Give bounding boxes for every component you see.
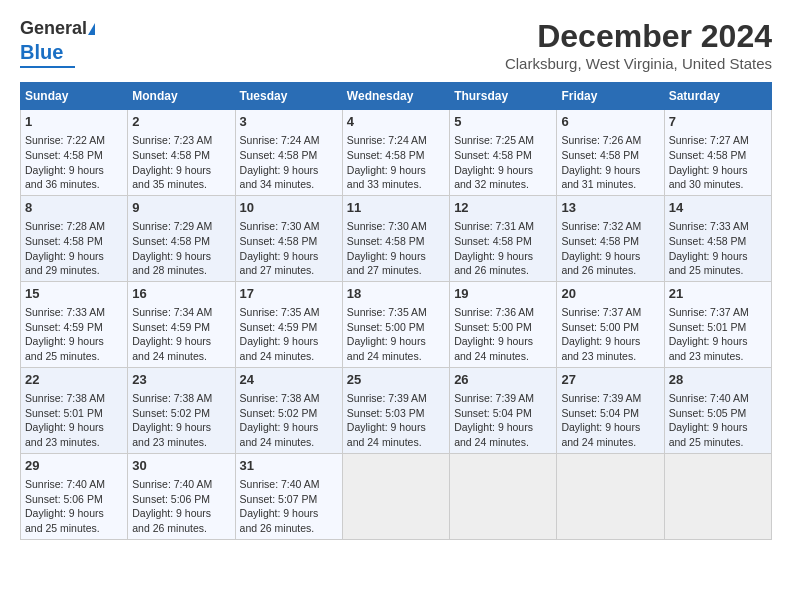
calendar-cell: 6Sunrise: 7:26 AMSunset: 4:58 PMDaylight… — [557, 110, 664, 196]
day-number: 31 — [240, 457, 338, 475]
day-number: 24 — [240, 371, 338, 389]
day-info-line: Sunset: 4:58 PM — [561, 148, 659, 163]
calendar-cell: 24Sunrise: 7:38 AMSunset: 5:02 PMDayligh… — [235, 367, 342, 453]
day-info-line: Sunrise: 7:38 AM — [25, 391, 123, 406]
day-number: 26 — [454, 371, 552, 389]
day-info-line: Sunset: 5:06 PM — [132, 492, 230, 507]
day-number: 2 — [132, 113, 230, 131]
title-area: December 2024 Clarksburg, West Virginia,… — [505, 18, 772, 72]
day-info-line: Sunrise: 7:39 AM — [454, 391, 552, 406]
day-info-line: Sunset: 5:02 PM — [240, 406, 338, 421]
day-info-line: Sunset: 4:58 PM — [669, 148, 767, 163]
calendar-cell — [664, 453, 771, 539]
day-number: 15 — [25, 285, 123, 303]
day-info-line: Sunrise: 7:37 AM — [669, 305, 767, 320]
day-info-line: and 24 minutes. — [132, 349, 230, 364]
week-row-5: 29Sunrise: 7:40 AMSunset: 5:06 PMDayligh… — [21, 453, 772, 539]
day-info-line: Sunrise: 7:33 AM — [669, 219, 767, 234]
day-info-line: Sunrise: 7:30 AM — [347, 219, 445, 234]
calendar-cell: 21Sunrise: 7:37 AMSunset: 5:01 PMDayligh… — [664, 281, 771, 367]
calendar-cell: 2Sunrise: 7:23 AMSunset: 4:58 PMDaylight… — [128, 110, 235, 196]
day-info-line: and 24 minutes. — [561, 435, 659, 450]
day-info-line: and 23 minutes. — [25, 435, 123, 450]
day-info-line: Daylight: 9 hours — [454, 420, 552, 435]
day-info-line: Daylight: 9 hours — [561, 420, 659, 435]
day-info-line: Sunrise: 7:28 AM — [25, 219, 123, 234]
day-info-line: and 25 minutes. — [669, 263, 767, 278]
day-number: 13 — [561, 199, 659, 217]
calendar-cell: 5Sunrise: 7:25 AMSunset: 4:58 PMDaylight… — [450, 110, 557, 196]
day-info-line: Daylight: 9 hours — [347, 249, 445, 264]
calendar-cell: 7Sunrise: 7:27 AMSunset: 4:58 PMDaylight… — [664, 110, 771, 196]
logo-text: General Blue — [20, 18, 95, 64]
day-info-line: Sunset: 4:58 PM — [25, 148, 123, 163]
day-info-line: and 24 minutes. — [240, 349, 338, 364]
day-info-line: Sunrise: 7:35 AM — [240, 305, 338, 320]
day-number: 4 — [347, 113, 445, 131]
day-info-line: Sunrise: 7:27 AM — [669, 133, 767, 148]
day-number: 19 — [454, 285, 552, 303]
day-info-line: and 26 minutes. — [454, 263, 552, 278]
day-info-line: Sunset: 5:01 PM — [669, 320, 767, 335]
day-info-line: Daylight: 9 hours — [669, 163, 767, 178]
day-info-line: Daylight: 9 hours — [240, 163, 338, 178]
day-number: 21 — [669, 285, 767, 303]
day-info-line: Daylight: 9 hours — [240, 420, 338, 435]
day-number: 9 — [132, 199, 230, 217]
header-day-monday: Monday — [128, 83, 235, 110]
day-info-line: Daylight: 9 hours — [132, 163, 230, 178]
day-info-line: and 34 minutes. — [240, 177, 338, 192]
calendar-header-row: SundayMondayTuesdayWednesdayThursdayFrid… — [21, 83, 772, 110]
day-info-line: Daylight: 9 hours — [669, 420, 767, 435]
day-info-line: Sunrise: 7:29 AM — [132, 219, 230, 234]
day-number: 22 — [25, 371, 123, 389]
day-number: 6 — [561, 113, 659, 131]
day-number: 8 — [25, 199, 123, 217]
day-number: 7 — [669, 113, 767, 131]
day-info-line: Daylight: 9 hours — [240, 334, 338, 349]
day-info-line: Daylight: 9 hours — [454, 334, 552, 349]
day-info-line: Sunrise: 7:33 AM — [25, 305, 123, 320]
day-number: 1 — [25, 113, 123, 131]
day-info-line: and 28 minutes. — [132, 263, 230, 278]
day-info-line: Sunset: 5:07 PM — [240, 492, 338, 507]
day-number: 25 — [347, 371, 445, 389]
day-info-line: Sunset: 4:58 PM — [454, 234, 552, 249]
day-info-line: Sunrise: 7:25 AM — [454, 133, 552, 148]
calendar-cell: 22Sunrise: 7:38 AMSunset: 5:01 PMDayligh… — [21, 367, 128, 453]
day-info-line: Daylight: 9 hours — [25, 249, 123, 264]
calendar-cell: 11Sunrise: 7:30 AMSunset: 4:58 PMDayligh… — [342, 195, 449, 281]
calendar-cell: 15Sunrise: 7:33 AMSunset: 4:59 PMDayligh… — [21, 281, 128, 367]
week-row-4: 22Sunrise: 7:38 AMSunset: 5:01 PMDayligh… — [21, 367, 772, 453]
day-info-line: and 27 minutes. — [347, 263, 445, 278]
day-info-line: Sunset: 4:59 PM — [25, 320, 123, 335]
calendar-cell: 28Sunrise: 7:40 AMSunset: 5:05 PMDayligh… — [664, 367, 771, 453]
day-info-line: Sunset: 5:03 PM — [347, 406, 445, 421]
calendar-cell: 26Sunrise: 7:39 AMSunset: 5:04 PMDayligh… — [450, 367, 557, 453]
day-info-line: and 25 minutes. — [669, 435, 767, 450]
day-info-line: Sunset: 4:58 PM — [561, 234, 659, 249]
header-day-tuesday: Tuesday — [235, 83, 342, 110]
week-row-2: 8Sunrise: 7:28 AMSunset: 4:58 PMDaylight… — [21, 195, 772, 281]
day-info-line: Daylight: 9 hours — [132, 334, 230, 349]
day-info-line: Sunset: 4:58 PM — [669, 234, 767, 249]
calendar-cell: 27Sunrise: 7:39 AMSunset: 5:04 PMDayligh… — [557, 367, 664, 453]
day-info-line: and 27 minutes. — [240, 263, 338, 278]
subtitle: Clarksburg, West Virginia, United States — [505, 55, 772, 72]
day-info-line: and 24 minutes. — [454, 349, 552, 364]
calendar-cell: 20Sunrise: 7:37 AMSunset: 5:00 PMDayligh… — [557, 281, 664, 367]
calendar-cell: 1Sunrise: 7:22 AMSunset: 4:58 PMDaylight… — [21, 110, 128, 196]
day-info-line: and 26 minutes. — [561, 263, 659, 278]
day-info-line: and 36 minutes. — [25, 177, 123, 192]
header-day-saturday: Saturday — [664, 83, 771, 110]
day-info-line: Daylight: 9 hours — [25, 334, 123, 349]
day-info-line: and 31 minutes. — [561, 177, 659, 192]
day-info-line: Sunrise: 7:40 AM — [25, 477, 123, 492]
day-info-line: Sunrise: 7:24 AM — [240, 133, 338, 148]
day-info-line: Daylight: 9 hours — [132, 420, 230, 435]
header-day-thursday: Thursday — [450, 83, 557, 110]
day-info-line: Sunrise: 7:36 AM — [454, 305, 552, 320]
day-info-line: Sunset: 5:06 PM — [25, 492, 123, 507]
day-info-line: Sunrise: 7:39 AM — [561, 391, 659, 406]
calendar-cell: 17Sunrise: 7:35 AMSunset: 4:59 PMDayligh… — [235, 281, 342, 367]
